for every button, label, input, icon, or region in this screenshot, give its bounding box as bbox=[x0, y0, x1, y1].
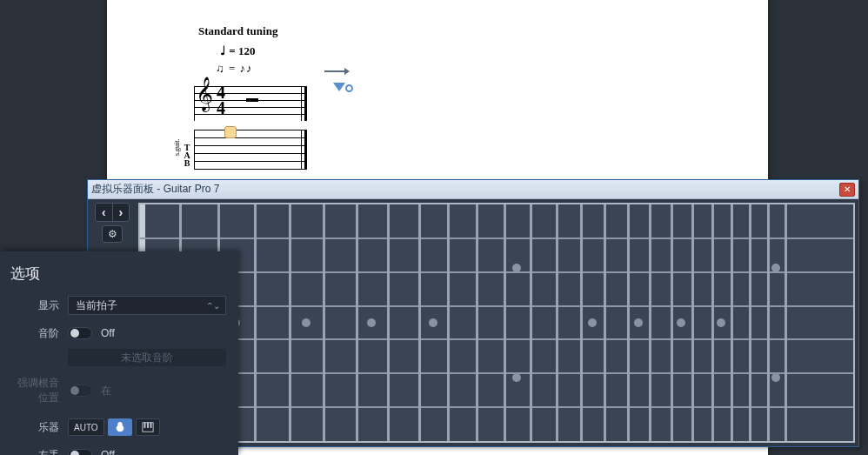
notation-staff[interactable]: 𝄞 44 bbox=[194, 86, 307, 121]
fret-15 bbox=[604, 204, 606, 441]
piano-icon bbox=[142, 421, 154, 433]
display-select[interactable]: 当前拍子 ⌃⌄ bbox=[68, 296, 226, 315]
instrument-label: 乐器 bbox=[10, 420, 59, 435]
inlay-dot bbox=[771, 264, 780, 272]
svg-rect-1 bbox=[144, 423, 145, 428]
scale-label: 音阶 bbox=[10, 326, 59, 341]
scale-subselect[interactable]: 未选取音阶 bbox=[68, 349, 226, 366]
fret-20 bbox=[711, 204, 714, 441]
svg-rect-2 bbox=[147, 423, 149, 428]
string-3[interactable] bbox=[140, 305, 853, 307]
inlay-dot bbox=[634, 318, 643, 327]
string-2[interactable] bbox=[140, 271, 853, 273]
chevron-updown-icon: ⌃⌄ bbox=[206, 301, 220, 311]
selected-note-cursor[interactable] bbox=[224, 126, 237, 138]
track-label: s.guit. bbox=[173, 138, 181, 156]
root-toggle bbox=[68, 385, 92, 397]
fret-18 bbox=[671, 204, 673, 441]
close-button[interactable]: ✕ bbox=[839, 183, 855, 197]
fret-7 bbox=[387, 204, 390, 441]
fret-13 bbox=[556, 204, 558, 441]
playhead-marker[interactable] bbox=[333, 83, 345, 91]
tab-staff[interactable]: s.guit. TAB bbox=[194, 130, 307, 170]
root-state: 在 bbox=[101, 384, 111, 398]
inlay-dot bbox=[717, 318, 725, 327]
fret-24 bbox=[785, 204, 787, 441]
fret-3 bbox=[254, 204, 257, 441]
instrument-auto-button[interactable]: AUTO bbox=[68, 418, 104, 436]
guitar-icon bbox=[114, 421, 126, 433]
instrument-guitar-button[interactable] bbox=[108, 418, 132, 436]
tuning-label: Standard tuning bbox=[198, 24, 372, 38]
lefthand-label: 左手 bbox=[10, 448, 59, 456]
quarter-note-icon: ♩ bbox=[220, 44, 226, 57]
fretboard-settings-button[interactable]: ⚙ bbox=[102, 225, 123, 243]
fret-4 bbox=[289, 204, 291, 441]
gear-icon: ⚙ bbox=[108, 228, 117, 240]
fret-8 bbox=[418, 204, 421, 441]
fretboard-nav: ‹ › bbox=[95, 203, 130, 222]
fret-17 bbox=[649, 204, 651, 441]
inlay-dot bbox=[677, 318, 685, 327]
whole-rest bbox=[246, 98, 258, 102]
inlay-dot bbox=[302, 318, 310, 327]
fret-5 bbox=[323, 204, 325, 441]
inlay-dot bbox=[588, 318, 597, 327]
inlay-dot bbox=[771, 373, 780, 382]
svg-rect-3 bbox=[150, 423, 151, 428]
window-titlebar[interactable]: 虚拟乐器面板 - Guitar Pro 7 ✕ bbox=[88, 180, 858, 199]
fret-16 bbox=[627, 204, 630, 441]
scale-state: Off bbox=[101, 327, 115, 339]
root-label: 强调根音位置 bbox=[10, 376, 59, 405]
fret-19 bbox=[691, 204, 694, 441]
fret-6 bbox=[356, 204, 358, 441]
inlay-dot bbox=[512, 373, 521, 382]
fret-9 bbox=[447, 204, 450, 441]
tempo-value: = 120 bbox=[229, 44, 255, 57]
inlay-dot bbox=[512, 264, 521, 272]
string-4[interactable] bbox=[140, 338, 853, 340]
nav-next-button[interactable]: › bbox=[113, 204, 130, 221]
fret-11 bbox=[504, 204, 506, 441]
tab-label: TAB bbox=[182, 144, 192, 167]
fret-22 bbox=[749, 204, 751, 441]
fret-14 bbox=[580, 204, 583, 441]
fret-21 bbox=[731, 204, 733, 441]
display-label: 显示 bbox=[10, 298, 59, 313]
lefthand-toggle[interactable] bbox=[68, 449, 92, 455]
treble-clef-icon: 𝄞 bbox=[196, 79, 213, 109]
instrument-piano-button[interactable] bbox=[136, 418, 160, 436]
fret-23 bbox=[767, 204, 770, 441]
tempo-marking: ♩ = 120 bbox=[220, 43, 372, 58]
nav-prev-button[interactable]: ‹ bbox=[96, 204, 113, 221]
fret-12 bbox=[530, 204, 532, 441]
options-title: 选项 bbox=[10, 264, 226, 284]
inlay-dot bbox=[367, 318, 376, 327]
fretboard[interactable] bbox=[138, 203, 855, 443]
inlay-dot bbox=[429, 318, 437, 327]
window-title: 虚拟乐器面板 - Guitar Pro 7 bbox=[91, 182, 839, 197]
score-area: Standard tuning ♩ = 120 ♫ = ♪♪ 𝄞 44 bbox=[172, 24, 372, 170]
instrument-segment-group: AUTO bbox=[68, 418, 160, 436]
string-5[interactable] bbox=[140, 372, 853, 374]
time-signature: 44 bbox=[217, 84, 225, 116]
close-icon: ✕ bbox=[844, 184, 851, 194]
lefthand-state: Off bbox=[101, 449, 115, 455]
fret-10 bbox=[476, 204, 478, 441]
string-1[interactable] bbox=[140, 238, 853, 239]
string-6[interactable] bbox=[140, 406, 853, 408]
display-value: 当前拍子 bbox=[76, 298, 117, 313]
scale-toggle[interactable] bbox=[68, 327, 92, 339]
options-panel: 选项 显示 当前拍子 ⌃⌄ 音阶 Off 未选取音阶 强调根音位置 在 乐器 A… bbox=[0, 251, 238, 455]
